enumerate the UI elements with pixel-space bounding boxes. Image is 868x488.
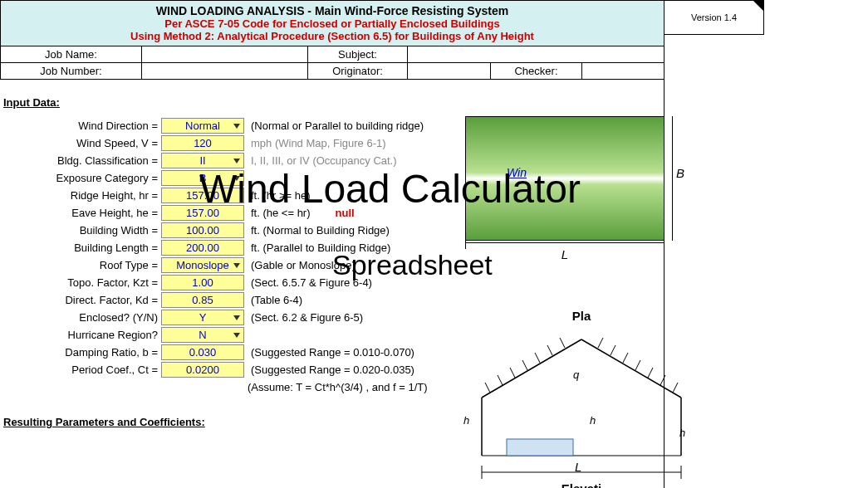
job-name-value[interactable]	[142, 46, 308, 62]
assume-row: (Assume: T = Ct*h^(3/4) , and f = 1/T)	[0, 378, 868, 396]
input-row: Bldg. Classification =III, II, III, or I…	[3, 152, 868, 169]
svg-line-14	[623, 353, 628, 363]
plan-label: Pla	[465, 309, 698, 323]
svg-line-12	[598, 338, 603, 348]
dim-line-B	[672, 116, 673, 241]
input-dropdown[interactable]: II	[161, 153, 244, 168]
input-label: Roof Type =	[3, 259, 161, 271]
subject-label: Subject:	[308, 46, 408, 62]
h-left-label: h	[463, 414, 469, 427]
checker-value[interactable]	[582, 63, 664, 79]
input-label: Hurricane Region?	[3, 329, 161, 341]
input-note: ft. (hr >= he)	[251, 189, 311, 202]
diagram-area: Win L B Pla q h h	[465, 116, 698, 481]
input-note: (Normal or Parallel to building ridge)	[251, 120, 424, 132]
svg-line-16	[648, 368, 653, 378]
input-dropdown[interactable]: Monoslope	[161, 257, 244, 273]
input-row: Topo. Factor, Kzt =1.00(Sect. 6.5.7 & Fi…	[3, 274, 868, 291]
subject-value[interactable]	[408, 46, 664, 62]
job-name-label: Job Name:	[1, 46, 142, 62]
input-label: Wind Speed, V =	[3, 137, 161, 149]
svg-line-7	[510, 368, 515, 378]
checker-label: Checker:	[491, 63, 582, 79]
input-note: mph (Wind Map, Figure 6-1)	[251, 137, 386, 149]
svg-line-0	[482, 339, 581, 398]
elevation-svg	[465, 331, 698, 481]
input-note: (Suggested Range = 0.020-0.035)	[251, 364, 414, 376]
input-row: Damping Ratio, b =0.030(Suggested Range …	[3, 344, 868, 361]
originator-label: Originator:	[308, 63, 408, 79]
input-dropdown[interactable]: N	[161, 327, 244, 343]
h-mid-label: h	[590, 414, 596, 427]
input-field[interactable]: 100.00	[161, 222, 244, 238]
input-note: ft. (he <= hr)null	[251, 207, 355, 219]
svg-line-18	[673, 383, 678, 393]
svg-line-1	[581, 339, 681, 398]
input-field[interactable]: 0.0200	[161, 362, 244, 378]
input-row: Ridge Height, hr =157.00ft. (hr >= he)	[3, 187, 868, 204]
input-note: (Sect. 6.5.7 & Figure 6-4)	[251, 276, 372, 289]
version-label: Version 1.4	[691, 12, 737, 22]
input-note: I, II, III, or IV (Occupancy Cat.)	[251, 154, 397, 167]
q-label: q	[573, 368, 579, 381]
svg-line-9	[535, 353, 540, 363]
svg-line-6	[498, 375, 503, 385]
svg-line-17	[660, 375, 665, 385]
input-row: Building Width =100.00ft. (Normal to Bui…	[3, 222, 868, 239]
input-row: Wind Speed, V =120mph (Wind Map, Figure …	[3, 134, 868, 152]
input-data-heading: Input Data:	[3, 96, 868, 109]
subtitle-2: Using Method 2: Analytical Procedure (Se…	[1, 30, 664, 42]
svg-rect-19	[507, 439, 573, 456]
input-dropdown[interactable]: Normal	[161, 118, 244, 134]
input-label: Building Width =	[3, 224, 161, 237]
subtitle-1: Per ASCE 7-05 Code for Enclosed or Parti…	[1, 17, 664, 30]
input-field[interactable]: 0.85	[161, 292, 244, 308]
input-field[interactable]: 0.030	[161, 344, 244, 360]
header-band: WIND LOADING ANALYSIS - Main Wind-Force …	[0, 0, 664, 46]
input-note: (Gable or Monoslope)	[251, 259, 356, 271]
input-field[interactable]: 157.00	[161, 188, 244, 203]
originator-value[interactable]	[408, 63, 491, 79]
input-row: Hurricane Region?N	[3, 326, 868, 344]
input-label: Building Length =	[3, 242, 161, 254]
dim-B-label: B	[676, 166, 684, 180]
version-box: Version 1.4	[664, 0, 764, 35]
input-note: ft. (Parallel to Building Ridge)	[251, 242, 390, 254]
elev-L-label: L	[575, 460, 581, 474]
input-label: Topo. Factor, Kzt =	[3, 276, 161, 289]
svg-line-11	[560, 338, 565, 348]
input-field[interactable]: 200.00	[161, 240, 244, 256]
input-field[interactable]: 1.00	[161, 275, 244, 290]
svg-line-10	[547, 345, 552, 355]
info-row-2: Job Number: Originator: Checker:	[0, 63, 664, 80]
input-note: (Sect. 6.2 & Figure 6-5)	[251, 311, 363, 324]
input-field[interactable]: 120	[161, 135, 244, 151]
plan-win-label: Win	[507, 166, 527, 179]
plan-view: Win L B	[465, 116, 664, 282]
input-row: Wind Direction =Normal(Normal or Paralle…	[3, 117, 868, 134]
dim-L-label: L	[465, 247, 664, 261]
input-label: Bldg. Classification =	[3, 154, 161, 167]
input-label: Eave Height, he =	[3, 207, 161, 219]
svg-line-15	[635, 360, 640, 370]
input-row: Enclosed? (Y/N)Y(Sect. 6.2 & Figure 6-5)	[3, 309, 868, 326]
input-label: Exposure Category =	[3, 172, 161, 184]
input-note: (Table 6-4)	[251, 294, 302, 306]
input-row: Building Length =200.00ft. (Parallel to …	[3, 239, 868, 256]
h-right-label: h	[679, 427, 685, 439]
input-label: Ridge Height, hr =	[3, 189, 161, 202]
input-dropdown[interactable]: B	[161, 170, 244, 186]
info-row-1: Job Name: Subject:	[0, 46, 664, 63]
input-note: ft. (Normal to Building Ridge)	[251, 224, 390, 237]
job-number-value[interactable]	[142, 63, 308, 79]
main-title: WIND LOADING ANALYSIS - Main Wind-Force …	[1, 4, 664, 17]
svg-line-8	[522, 360, 527, 370]
input-dropdown[interactable]: Y	[161, 310, 244, 325]
elevation-view: q h h h L Elevati	[465, 331, 698, 481]
fold-corner-icon	[753, 1, 763, 11]
input-row: Direct. Factor, Kd =0.85(Table 6-4)	[3, 291, 868, 309]
dim-line-L	[465, 242, 664, 243]
input-row: Eave Height, he =157.00ft. (he <= hr)nul…	[3, 204, 868, 222]
input-label: Enclosed? (Y/N)	[3, 311, 161, 324]
input-field[interactable]: 157.00	[161, 205, 244, 221]
